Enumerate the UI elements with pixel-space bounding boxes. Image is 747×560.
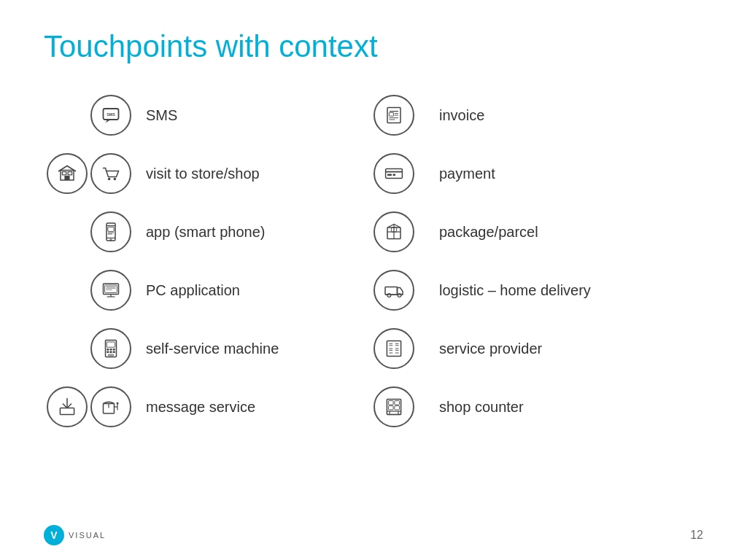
list-item: message service	[44, 378, 374, 436]
list-item: invoice	[374, 86, 703, 144]
svg-point-38	[117, 402, 119, 404]
pc-icon	[90, 270, 131, 311]
svg-rect-46	[386, 168, 403, 178]
svg-point-56	[387, 294, 391, 298]
list-item: logistic – home delivery	[374, 261, 703, 319]
svg-rect-26	[110, 349, 112, 350]
svg-rect-61	[387, 341, 400, 357]
svg-rect-30	[113, 351, 115, 353]
shop-counter-icon	[374, 386, 414, 427]
list-item: service provider	[374, 319, 703, 378]
svg-rect-6	[68, 172, 71, 175]
svg-rect-4	[64, 176, 69, 180]
svg-point-15	[110, 239, 112, 241]
message-label: message service	[146, 399, 255, 416]
content-grid: SMS SMS	[44, 86, 703, 436]
svg-rect-74	[395, 401, 400, 405]
store-label: visit to store/shop	[146, 166, 260, 182]
svg-rect-41	[389, 112, 393, 116]
list-item: PC application	[44, 261, 374, 319]
right-column: invoice payment	[374, 86, 703, 436]
svg-rect-31	[108, 354, 113, 356]
svg-text:SMS: SMS	[107, 112, 115, 117]
svg-rect-19	[105, 285, 117, 292]
list-item: payment	[374, 144, 703, 203]
list-item: SMS SMS	[44, 86, 374, 144]
svg-rect-27	[113, 349, 115, 350]
svg-rect-32	[60, 408, 74, 415]
svg-rect-55	[385, 287, 398, 295]
service-provider-label: service provider	[439, 341, 542, 357]
slide: Touchpoints with context SMS SMS	[0, 0, 747, 560]
sms-label: SMS	[146, 107, 177, 124]
shop-counter-label: shop counter	[439, 399, 524, 416]
svg-rect-28	[107, 351, 109, 353]
svg-rect-25	[107, 349, 109, 350]
store-icon	[47, 153, 88, 194]
self-service-icon	[90, 328, 131, 369]
invoice-icon	[374, 95, 414, 136]
svg-point-8	[114, 178, 117, 181]
svg-point-7	[108, 178, 111, 181]
slide-title: Touchpoints with context	[44, 29, 703, 64]
page-number: 12	[690, 529, 703, 542]
package-label: package/parcel	[439, 224, 538, 241]
download-icon	[47, 386, 88, 427]
logo-v-icon: V	[44, 525, 64, 545]
svg-rect-73	[389, 401, 394, 405]
list-item: shop counter	[374, 378, 703, 436]
payment-icon	[374, 153, 414, 194]
svg-rect-48	[387, 174, 392, 176]
list-item: package/parcel	[374, 203, 703, 261]
mailbox-icon	[90, 386, 131, 427]
svg-rect-24	[107, 342, 115, 347]
sms-icon: SMS	[90, 95, 131, 136]
list-item: app (smart phone)	[44, 203, 374, 261]
svg-rect-75	[389, 406, 394, 410]
svg-rect-5	[62, 172, 66, 175]
app-label: app (smart phone)	[146, 224, 265, 241]
pc-label: PC application	[146, 282, 240, 299]
logistic-label: logistic – home delivery	[439, 282, 591, 299]
list-item: self-service machine	[44, 319, 374, 378]
invoice-label: invoice	[439, 107, 484, 124]
svg-rect-29	[110, 351, 112, 353]
self-service-label: self-service machine	[146, 341, 279, 357]
list-item: visit to store/shop	[44, 144, 374, 203]
left-column: SMS SMS	[44, 86, 374, 436]
svg-point-57	[398, 294, 401, 298]
logo-text: VISUAL	[69, 531, 106, 540]
footer: V VISUAL 12	[0, 525, 747, 545]
payment-label: payment	[439, 166, 495, 182]
svg-rect-72	[387, 400, 400, 415]
svg-rect-49	[393, 174, 396, 176]
svg-rect-12	[108, 227, 114, 231]
shop-cart-icon	[90, 153, 131, 194]
delivery-icon	[374, 270, 414, 311]
package-icon	[374, 211, 414, 252]
svg-rect-76	[395, 406, 400, 410]
smartphone-icon	[90, 211, 131, 252]
logo: V VISUAL	[44, 525, 106, 545]
service-provider-icon	[374, 328, 414, 369]
